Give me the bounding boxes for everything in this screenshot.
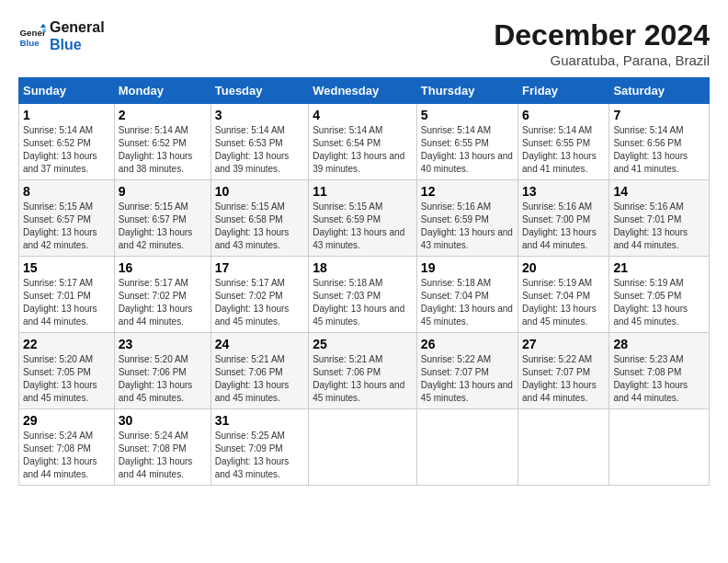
week-row-3: 15 Sunrise: 5:17 AM Sunset: 7:01 PM Dayl… — [19, 257, 710, 333]
day-number: 23 — [119, 337, 207, 351]
logo-line2: Blue — [50, 36, 105, 53]
day-cell: 18 Sunrise: 5:18 AM Sunset: 7:03 PM Dayl… — [309, 257, 417, 333]
day-info: Sunrise: 5:24 AM Sunset: 7:08 PM Dayligh… — [23, 430, 110, 481]
day-cell — [309, 409, 417, 486]
day-number: 4 — [313, 108, 413, 122]
day-number: 30 — [119, 413, 207, 428]
day-number: 8 — [23, 184, 110, 199]
day-cell: 30 Sunrise: 5:24 AM Sunset: 7:08 PM Dayl… — [114, 409, 210, 486]
day-number: 10 — [215, 184, 304, 199]
day-number: 20 — [522, 260, 605, 275]
day-number: 31 — [215, 413, 304, 428]
day-number: 29 — [23, 413, 110, 428]
day-info: Sunrise: 5:15 AM Sunset: 6:59 PM Dayligh… — [313, 201, 413, 252]
day-info: Sunrise: 5:22 AM Sunset: 7:07 PM Dayligh… — [522, 353, 605, 405]
day-cell: 14 Sunrise: 5:16 AM Sunset: 7:01 PM Dayl… — [609, 180, 710, 257]
day-info: Sunrise: 5:14 AM Sunset: 6:55 PM Dayligh… — [522, 124, 605, 176]
day-info: Sunrise: 5:20 AM Sunset: 7:05 PM Dayligh… — [23, 353, 110, 405]
day-number: 24 — [215, 337, 304, 351]
svg-text:Blue: Blue — [20, 38, 40, 48]
day-cell: 2 Sunrise: 5:14 AM Sunset: 6:52 PM Dayli… — [114, 104, 210, 180]
day-info: Sunrise: 5:18 AM Sunset: 7:04 PM Dayligh… — [421, 277, 514, 328]
day-cell: 8 Sunrise: 5:15 AM Sunset: 6:57 PM Dayli… — [19, 180, 115, 257]
day-cell: 29 Sunrise: 5:24 AM Sunset: 7:08 PM Dayl… — [19, 409, 115, 486]
day-cell: 15 Sunrise: 5:17 AM Sunset: 7:01 PM Dayl… — [19, 257, 115, 333]
week-row-2: 8 Sunrise: 5:15 AM Sunset: 6:57 PM Dayli… — [19, 180, 710, 257]
logo-icon: General Blue — [18, 22, 46, 50]
col-header-friday: Friday — [518, 78, 609, 104]
day-cell: 28 Sunrise: 5:23 AM Sunset: 7:08 PM Dayl… — [609, 333, 710, 409]
day-cell: 6 Sunrise: 5:14 AM Sunset: 6:55 PM Dayli… — [518, 104, 609, 180]
header-row: SundayMondayTuesdayWednesdayThursdayFrid… — [19, 78, 710, 104]
day-number: 14 — [613, 184, 705, 199]
day-cell: 20 Sunrise: 5:19 AM Sunset: 7:04 PM Dayl… — [518, 257, 609, 333]
day-number: 9 — [119, 184, 207, 199]
svg-marker-2 — [40, 24, 46, 29]
day-info: Sunrise: 5:15 AM Sunset: 6:58 PM Dayligh… — [215, 201, 304, 252]
day-info: Sunrise: 5:14 AM Sunset: 6:54 PM Dayligh… — [313, 124, 413, 176]
day-number: 15 — [23, 260, 110, 275]
day-number: 28 — [613, 337, 705, 351]
day-cell: 22 Sunrise: 5:20 AM Sunset: 7:05 PM Dayl… — [19, 333, 115, 409]
title-section: December 2024 Guaratuba, Parana, Brazil — [494, 18, 710, 68]
day-cell: 23 Sunrise: 5:20 AM Sunset: 7:06 PM Dayl… — [114, 333, 210, 409]
week-row-1: 1 Sunrise: 5:14 AM Sunset: 6:52 PM Dayli… — [19, 104, 710, 180]
day-cell: 25 Sunrise: 5:21 AM Sunset: 7:06 PM Dayl… — [309, 333, 417, 409]
logo: General Blue General Blue — [18, 18, 105, 53]
col-header-sunday: Sunday — [19, 78, 115, 104]
day-info: Sunrise: 5:15 AM Sunset: 6:57 PM Dayligh… — [119, 201, 207, 252]
day-cell: 10 Sunrise: 5:15 AM Sunset: 6:58 PM Dayl… — [210, 180, 308, 257]
col-header-tuesday: Tuesday — [210, 78, 308, 104]
day-info: Sunrise: 5:14 AM Sunset: 6:52 PM Dayligh… — [23, 124, 110, 176]
day-number: 7 — [613, 108, 705, 122]
day-info: Sunrise: 5:16 AM Sunset: 7:00 PM Dayligh… — [522, 201, 605, 252]
day-cell: 12 Sunrise: 5:16 AM Sunset: 6:59 PM Dayl… — [416, 180, 518, 257]
day-cell: 17 Sunrise: 5:17 AM Sunset: 7:02 PM Dayl… — [210, 257, 308, 333]
col-header-wednesday: Wednesday — [309, 78, 417, 104]
day-number: 13 — [522, 184, 605, 199]
day-info: Sunrise: 5:15 AM Sunset: 6:57 PM Dayligh… — [23, 201, 110, 252]
day-info: Sunrise: 5:14 AM Sunset: 6:52 PM Dayligh… — [119, 124, 207, 176]
subtitle: Guaratuba, Parana, Brazil — [494, 52, 710, 68]
day-info: Sunrise: 5:19 AM Sunset: 7:04 PM Dayligh… — [522, 277, 605, 328]
day-cell: 11 Sunrise: 5:15 AM Sunset: 6:59 PM Dayl… — [309, 180, 417, 257]
day-number: 21 — [613, 260, 705, 275]
day-info: Sunrise: 5:22 AM Sunset: 7:07 PM Dayligh… — [421, 353, 514, 405]
day-cell: 4 Sunrise: 5:14 AM Sunset: 6:54 PM Dayli… — [309, 104, 417, 180]
day-number: 1 — [23, 108, 110, 122]
day-info: Sunrise: 5:17 AM Sunset: 7:02 PM Dayligh… — [215, 277, 304, 328]
col-header-monday: Monday — [114, 78, 210, 104]
day-info: Sunrise: 5:14 AM Sunset: 6:56 PM Dayligh… — [613, 124, 705, 176]
day-cell: 5 Sunrise: 5:14 AM Sunset: 6:55 PM Dayli… — [416, 104, 518, 180]
day-number: 6 — [522, 108, 605, 122]
day-cell: 16 Sunrise: 5:17 AM Sunset: 7:02 PM Dayl… — [114, 257, 210, 333]
day-cell: 27 Sunrise: 5:22 AM Sunset: 7:07 PM Dayl… — [518, 333, 609, 409]
day-cell: 3 Sunrise: 5:14 AM Sunset: 6:53 PM Dayli… — [210, 104, 308, 180]
col-header-thursday: Thursday — [416, 78, 518, 104]
day-number: 19 — [421, 260, 514, 275]
day-info: Sunrise: 5:21 AM Sunset: 7:06 PM Dayligh… — [313, 353, 413, 405]
day-cell — [416, 409, 518, 486]
day-number: 22 — [23, 337, 110, 351]
day-cell: 13 Sunrise: 5:16 AM Sunset: 7:00 PM Dayl… — [518, 180, 609, 257]
day-info: Sunrise: 5:14 AM Sunset: 6:55 PM Dayligh… — [421, 124, 514, 176]
day-number: 18 — [313, 260, 413, 275]
main-title: December 2024 — [494, 18, 710, 52]
day-cell: 9 Sunrise: 5:15 AM Sunset: 6:57 PM Dayli… — [114, 180, 210, 257]
day-cell: 1 Sunrise: 5:14 AM Sunset: 6:52 PM Dayli… — [19, 104, 115, 180]
day-info: Sunrise: 5:14 AM Sunset: 6:53 PM Dayligh… — [215, 124, 304, 176]
week-row-5: 29 Sunrise: 5:24 AM Sunset: 7:08 PM Dayl… — [19, 409, 710, 486]
day-info: Sunrise: 5:23 AM Sunset: 7:08 PM Dayligh… — [613, 353, 705, 405]
day-info: Sunrise: 5:17 AM Sunset: 7:01 PM Dayligh… — [23, 277, 110, 328]
col-header-saturday: Saturday — [609, 78, 710, 104]
day-cell — [609, 409, 710, 486]
day-info: Sunrise: 5:16 AM Sunset: 6:59 PM Dayligh… — [421, 201, 514, 252]
week-row-4: 22 Sunrise: 5:20 AM Sunset: 7:05 PM Dayl… — [19, 333, 710, 409]
day-cell: 24 Sunrise: 5:21 AM Sunset: 7:06 PM Dayl… — [210, 333, 308, 409]
day-cell: 31 Sunrise: 5:25 AM Sunset: 7:09 PM Dayl… — [210, 409, 308, 486]
day-cell: 19 Sunrise: 5:18 AM Sunset: 7:04 PM Dayl… — [416, 257, 518, 333]
day-info: Sunrise: 5:17 AM Sunset: 7:02 PM Dayligh… — [119, 277, 207, 328]
day-number: 2 — [119, 108, 207, 122]
day-number: 27 — [522, 337, 605, 351]
day-cell — [518, 409, 609, 486]
